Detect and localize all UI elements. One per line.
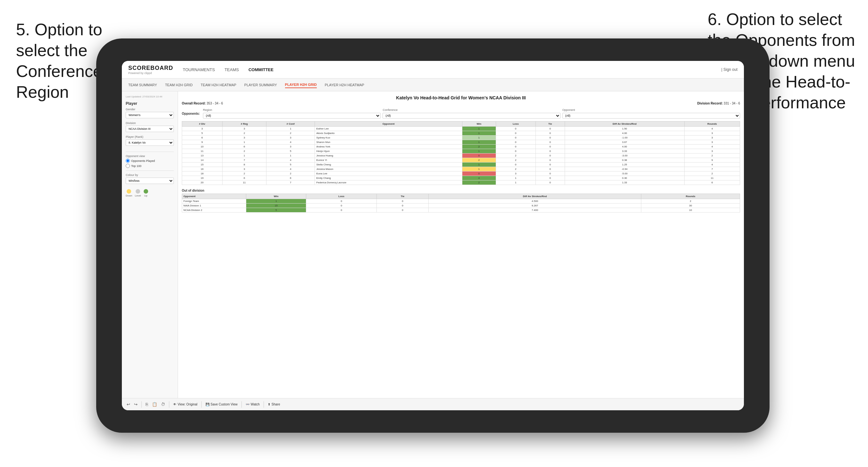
cell-reg: 2 <box>222 149 267 154</box>
color-down-label: Down <box>126 194 132 197</box>
cell-reg: 2 <box>222 131 267 135</box>
gender-select[interactable]: Women's <box>126 112 174 118</box>
col-div: # Div <box>182 122 222 127</box>
cell-win: 1 <box>462 135 496 140</box>
ood-cell-tie: 0 <box>376 208 428 213</box>
nav-committee[interactable]: COMMITTEE <box>248 66 274 74</box>
cell-opponent: Sydney Kuo <box>315 135 462 140</box>
radio-top100[interactable]: Top 100 <box>126 164 174 168</box>
cell-conf: 4 <box>267 167 315 172</box>
h2h-table: # Div # Reg # Conf Opponent Win Loss Tie… <box>182 121 740 185</box>
ood-col-diff: Diff Av Strokes/Rnd <box>429 194 641 199</box>
eye-icon: 👁 <box>173 403 176 406</box>
subnav-team-h2h-grid[interactable]: TEAM H2H GRID <box>165 82 193 88</box>
cell-win: 1 <box>462 149 496 154</box>
undo-icon[interactable]: ↩ <box>127 402 130 407</box>
share-btn[interactable]: ⬆ Share <box>268 403 280 406</box>
cell-rounds: 2 <box>684 172 740 176</box>
nav-tournaments[interactable]: TOURNAMENTS <box>183 66 215 74</box>
cell-tie: 0 <box>535 167 565 172</box>
cell-conf: 3 <box>267 135 315 140</box>
cell-div: 11 <box>182 149 222 154</box>
col-loss: Loss <box>496 122 536 127</box>
col-tie: Tie <box>535 122 565 127</box>
paste-icon[interactable]: 📋 <box>152 402 157 407</box>
subnav-player-h2h-heatmap[interactable]: PLAYER H2H HEATMAP <box>325 82 364 88</box>
table-row: 13 1 1 Jessica Huang 0 2 0 -3.00 2 <box>182 154 740 158</box>
overall-record: Overall Record: 353 - 34 - 6 <box>182 102 223 105</box>
cell-conf: 6 <box>267 176 315 181</box>
cell-div: 18 <box>182 172 222 176</box>
watch-btn[interactable]: 👓 Watch <box>246 403 260 406</box>
ood-cell-tie: 0 <box>376 199 428 204</box>
conference-select[interactable]: (All) <box>382 113 560 119</box>
player-rank-select[interactable]: 8. Katelyn Vo <box>126 139 174 146</box>
save-icon: 💾 <box>206 403 209 406</box>
color-down <box>127 189 131 194</box>
view-original-btn[interactable]: 👁 View: Original <box>173 403 197 406</box>
ood-cell-diff: 7.400 <box>429 208 641 213</box>
cell-conf: 4 <box>267 140 315 145</box>
ood-cell-loss: 0 <box>306 204 377 208</box>
division-select[interactable]: NCAA Division III <box>126 126 174 132</box>
region-filter: Region (All) <box>203 108 381 119</box>
cell-loss: 0 <box>496 131 536 135</box>
player-section-title: Player <box>126 101 174 106</box>
colour-by-select[interactable]: Win/loss <box>126 178 174 184</box>
cell-opponent: Heejo Hyun <box>315 149 462 154</box>
cell-tie: 0 <box>535 158 565 162</box>
logo: SCOREBOARD Powered by clippd <box>128 65 173 75</box>
cell-rounds: 11 <box>684 176 740 181</box>
record-row: Overall Record: 353 - 34 - 6 Division Re… <box>182 102 740 105</box>
cell-conf: 1 <box>267 154 315 158</box>
table-row: 6 3 3 Sydney Kuo 1 0 0 -1.00 3 <box>182 135 740 140</box>
cell-tie: 0 <box>535 172 565 176</box>
table-row: 15 8 5 Stella Cheng 1 0 0 1.25 4 <box>182 162 740 167</box>
cell-win: 1 <box>462 131 496 135</box>
clock-icon[interactable]: ⏱ <box>161 402 165 407</box>
subnav-player-summary[interactable]: PLAYER SUMMARY <box>244 82 277 88</box>
cell-conf: 1 <box>267 127 315 131</box>
subnav-player-h2h-grid[interactable]: PLAYER H2H GRID <box>285 82 317 88</box>
opponent-select[interactable]: (All) <box>562 113 740 119</box>
cell-div: 20 <box>182 181 222 185</box>
sign-out[interactable]: | Sign out <box>721 67 738 72</box>
cell-reg: 7 <box>222 158 267 162</box>
cell-loss: 2 <box>496 167 536 172</box>
radio-opponents-played[interactable]: Opponents Played <box>126 159 174 163</box>
cell-win: 1 <box>462 127 496 131</box>
col-reg: # Reg <box>222 122 267 127</box>
opponents-label: Opponents: <box>182 112 200 115</box>
division-label: Division <box>126 122 174 125</box>
cell-diff: -5.00 <box>565 172 684 176</box>
ood-col-rounds: Rounds <box>641 194 740 199</box>
cell-rounds: 2 <box>684 154 740 158</box>
nav-teams[interactable]: TEAMS <box>224 66 239 74</box>
cell-loss: 0 <box>496 162 536 167</box>
cell-conf: 5 <box>267 162 315 167</box>
gender-label: Gender <box>126 108 174 111</box>
subnav-team-summary[interactable]: TEAM SUMMARY <box>128 82 157 88</box>
cell-tie: 0 <box>535 162 565 167</box>
copy-icon[interactable]: ⎘ <box>146 402 148 407</box>
subnav-team-h2h-heatmap[interactable]: TEAM H2H HEATMAP <box>201 82 236 88</box>
color-up-label: Up <box>144 194 147 197</box>
cell-loss: 0 <box>496 145 536 149</box>
redo-icon[interactable]: ↪ <box>134 402 137 407</box>
ood-cell-loss: 0 <box>306 199 377 204</box>
cell-div: 14 <box>182 158 222 162</box>
cell-opponent: Jessica Huang <box>315 154 462 158</box>
cell-loss: 2 <box>496 158 536 162</box>
toolbar-sep-2 <box>169 401 169 408</box>
save-custom-btn[interactable]: 💾 Save Custom View <box>206 403 238 406</box>
cell-reg: 3 <box>222 135 267 140</box>
cell-reg: 6 <box>222 145 267 149</box>
cell-tie: 0 <box>535 135 565 140</box>
table-row: 20 11 7 Federica Domecq Lacroze 2 1 0 1.… <box>182 181 740 185</box>
toolbar-sep-3 <box>202 401 202 408</box>
save-custom-label: Save Custom View <box>211 403 238 406</box>
ood-col-loss: Loss <box>306 194 377 199</box>
region-select[interactable]: (All) <box>203 113 381 119</box>
out-of-division-table: Opponent Win Loss Tie Diff Av Strokes/Rn… <box>182 194 740 213</box>
table-row: 19 6 6 Emily Chang 4 1 0 0.30 11 <box>182 176 740 181</box>
